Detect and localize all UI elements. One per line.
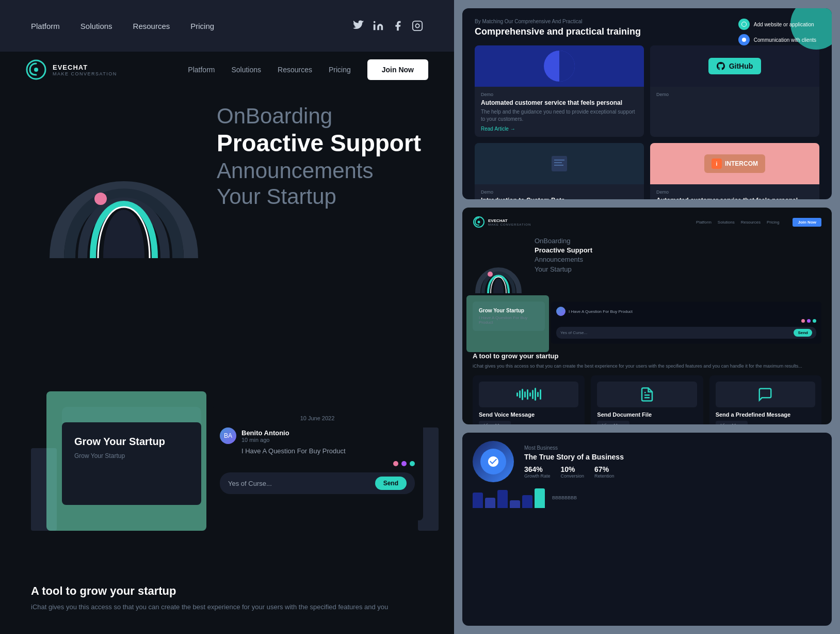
training-card-link-1[interactable]: Read Article → xyxy=(481,126,638,132)
tool-card-btn-2[interactable]: View More xyxy=(597,421,629,425)
svg-point-6 xyxy=(742,38,746,42)
training-card-body-2: Demo xyxy=(650,87,819,104)
hero-nav-links: Platform Solutions Resources Pricing xyxy=(188,66,350,74)
hero-section: EVECHAT MAKE CONVERSATION Platform Solut… xyxy=(0,52,454,572)
mid-send-button[interactable]: Send xyxy=(794,329,812,337)
mid-card-inner: Grow Your Startup I Have A Question For … xyxy=(479,308,539,325)
story-label: Most Business xyxy=(524,445,821,451)
wb9 xyxy=(537,392,539,397)
svg-rect-8 xyxy=(554,160,564,161)
step-circle-2 xyxy=(738,34,750,45)
user-avatar: BA xyxy=(220,427,236,444)
bar-4 xyxy=(510,500,520,508)
nav-platform[interactable]: Platform xyxy=(31,22,60,30)
mid-dot-3 xyxy=(813,319,816,323)
training-card-2: GitHub Demo xyxy=(650,45,819,137)
tool-card-img-2 xyxy=(597,382,697,407)
mid-join-button[interactable]: Join Now xyxy=(793,218,821,227)
card-title: Grow Your Startup xyxy=(74,435,189,448)
mid-hero-card: EVECHAT MAKE CONVERSATION Platform Solut… xyxy=(462,208,832,424)
stat-label-2: Conversion xyxy=(561,473,585,479)
bar-3 xyxy=(497,490,508,508)
join-now-button[interactable]: Join Now xyxy=(367,59,428,80)
tool-card-3: Send a Predefined Message View More xyxy=(709,375,821,425)
step-label-2: Communication with clients xyxy=(754,37,816,43)
arch-graphic xyxy=(41,83,206,258)
mid-nav-links: Platform Solutions Resources Pricing xyxy=(696,220,779,225)
story-stats: 364% Growth Rate 10% Conversion 67% Rete… xyxy=(524,465,821,479)
bottom-section: A tool to grow your startup iChat gives … xyxy=(0,572,454,634)
mid-nav-platform[interactable]: Platform xyxy=(696,220,712,225)
top-bar: Platform Solutions Resources Pricing xyxy=(0,0,454,52)
mid-chat-right: I Have A Question For Buy Product Yes of… xyxy=(551,302,821,344)
hero-nav-pricing[interactable]: Pricing xyxy=(329,66,351,74)
step-2: Communication with clients xyxy=(738,34,816,45)
waveform-1 xyxy=(516,387,541,402)
linkedin-icon[interactable] xyxy=(373,20,384,31)
training-card-body-1: Demo Automated customer service that fee… xyxy=(475,87,644,137)
mid-line2: Proactive Support xyxy=(535,246,592,255)
mid-card-title: Grow Your Startup xyxy=(479,308,539,313)
logo-text: EVECHAT MAKE CONVERSATION xyxy=(53,64,117,76)
wb10 xyxy=(540,389,541,400)
stat-value-3: 67% xyxy=(594,465,615,473)
tool-card-title-2: Send Document File xyxy=(597,411,697,418)
send-button[interactable]: Send xyxy=(375,477,407,490)
training-card-img-2: GitHub xyxy=(650,45,819,87)
dot-2 xyxy=(401,461,407,466)
mid-nav-solutions[interactable]: Solutions xyxy=(718,220,735,225)
step-items: Add website or application Communication… xyxy=(738,19,816,45)
hero-nav-platform[interactable]: Platform xyxy=(188,66,215,74)
dot-1 xyxy=(393,461,398,466)
wb4 xyxy=(524,391,526,398)
mid-dots xyxy=(556,319,816,323)
tool-card-btn-1[interactable]: View More xyxy=(479,421,511,425)
chat-input[interactable]: Yes of Curse... xyxy=(228,480,371,487)
hero-nav-solutions[interactable]: Solutions xyxy=(231,66,261,74)
tool-card-title-3: Send a Predefined Message xyxy=(716,411,815,418)
mid-msg-row: I Have A Question For Buy Product xyxy=(556,307,816,316)
stats-chart: BBBBBBBB xyxy=(473,487,821,508)
tool-card-img-3 xyxy=(716,382,815,407)
hero-line3: Announcements xyxy=(217,158,433,184)
chat-user-row: BA Benito Antonio 10 min ago xyxy=(220,427,415,444)
mid-input[interactable]: Yes of Curse... xyxy=(560,330,790,335)
mid-logo-icon xyxy=(473,216,485,228)
hero-line4: Your Startup xyxy=(217,184,433,210)
svg-point-4 xyxy=(34,68,38,72)
training-card-img-4: i INTERCOM xyxy=(650,143,819,184)
mid-chat-area: Grow Your Startup I Have A Question For … xyxy=(473,302,821,344)
logo-icon xyxy=(26,59,46,80)
mid-card-sub: I Have A Question For Buy Product xyxy=(479,315,539,325)
mid-line4: Your Startup xyxy=(535,265,592,274)
nav-pricing[interactable]: Pricing xyxy=(190,22,214,30)
instagram-icon[interactable] xyxy=(412,20,423,31)
tool-card-2: Send Document File View More xyxy=(591,375,703,425)
mid-line3: Announcements xyxy=(535,255,592,264)
chat-area: Grow Your Startup Grow Your Startup 10 J… xyxy=(62,407,423,520)
training-card-body-4: Demo Automated customer service that fee… xyxy=(650,184,819,199)
mid-avatar xyxy=(556,307,566,316)
nav-solutions[interactable]: Solutions xyxy=(80,22,112,30)
step-label-1: Add website or application xyxy=(754,22,814,27)
mid-tool-section: A tool to grow your startup iChat gives … xyxy=(473,352,821,370)
twitter-icon[interactable] xyxy=(353,20,364,31)
hero-nav-resources[interactable]: Resources xyxy=(278,66,312,74)
story-section: Most Business The True Story of a Busine… xyxy=(473,441,821,482)
training-card-title-3: Introduction to Custom Bots xyxy=(481,197,638,199)
msg-icon xyxy=(757,387,773,402)
training-card-title-4: Automated customer service that feels pe… xyxy=(656,197,813,199)
card-subtitle: Grow Your Startup xyxy=(74,452,189,459)
stat-3: 67% Retention xyxy=(594,465,615,479)
mid-nav-pricing[interactable]: Pricing xyxy=(767,220,779,225)
training-card: Add website or application Communication… xyxy=(462,8,832,199)
hero-nav: EVECHAT MAKE CONVERSATION Platform Solut… xyxy=(0,52,454,88)
mid-tool-title: A tool to grow your startup xyxy=(473,352,821,360)
facebook-icon[interactable] xyxy=(392,20,403,31)
nav-resources[interactable]: Resources xyxy=(133,22,170,30)
mid-nav-resources[interactable]: Resources xyxy=(741,220,761,225)
tool-card-btn-3[interactable]: View More xyxy=(716,421,748,425)
wb1 xyxy=(516,392,518,397)
typing-dots xyxy=(220,461,415,466)
training-card-label-1: Demo xyxy=(481,92,638,97)
